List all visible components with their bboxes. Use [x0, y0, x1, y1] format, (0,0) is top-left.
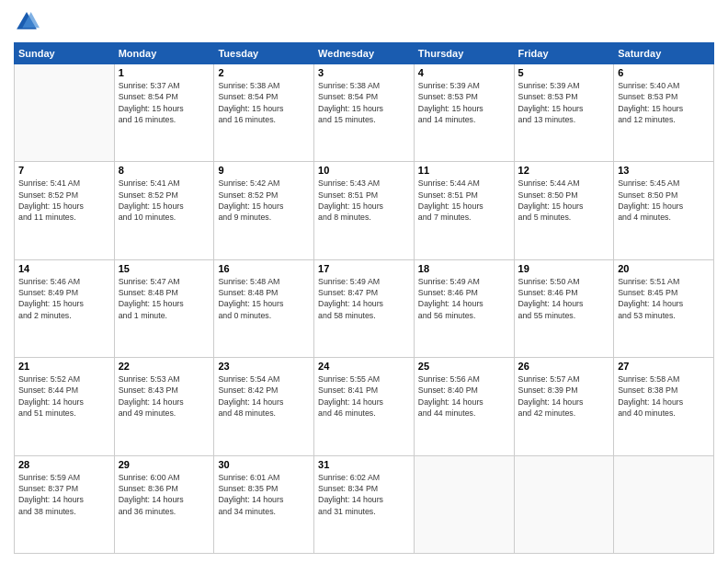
day-info: Sunrise: 5:41 AMSunset: 8:52 PMDaylight:… — [119, 178, 210, 223]
day-number: 11 — [418, 165, 510, 176]
day-number: 25 — [418, 361, 510, 372]
calendar-cell: 8Sunrise: 5:41 AMSunset: 8:52 PMDaylight… — [114, 162, 214, 259]
day-info: Sunrise: 5:56 AMSunset: 8:40 PMDaylight:… — [418, 373, 510, 419]
day-number: 21 — [18, 361, 110, 372]
calendar-table: SundayMondayTuesdayWednesdayThursdayFrid… — [14, 42, 714, 554]
day-number: 12 — [518, 165, 610, 176]
calendar-cell: 7Sunrise: 5:41 AMSunset: 8:52 PMDaylight… — [15, 162, 115, 259]
day-number: 23 — [218, 361, 310, 372]
day-info: Sunrise: 5:53 AMSunset: 8:43 PMDaylight:… — [119, 373, 210, 419]
day-info: Sunrise: 5:54 AMSunset: 8:42 PMDaylight:… — [218, 373, 310, 419]
day-info: Sunrise: 5:40 AMSunset: 8:53 PMDaylight:… — [618, 80, 710, 125]
day-number: 24 — [318, 361, 410, 372]
calendar-cell: 15Sunrise: 5:47 AMSunset: 8:48 PMDayligh… — [114, 259, 214, 357]
calendar-cell: 17Sunrise: 5:49 AMSunset: 8:47 PMDayligh… — [314, 259, 415, 357]
day-info: Sunrise: 5:41 AMSunset: 8:52 PMDaylight:… — [18, 178, 110, 223]
day-info: Sunrise: 5:58 AMSunset: 8:38 PMDaylight:… — [618, 373, 710, 419]
calendar-cell: 4Sunrise: 5:39 AMSunset: 8:53 PMDaylight… — [414, 64, 514, 162]
day-number: 26 — [518, 361, 610, 372]
day-number: 31 — [318, 459, 410, 470]
day-number: 9 — [218, 165, 310, 176]
header — [14, 9, 714, 35]
day-number: 20 — [618, 263, 710, 274]
week-row-2: 14Sunrise: 5:46 AMSunset: 8:49 PMDayligh… — [15, 259, 714, 357]
calendar-cell: 3Sunrise: 5:38 AMSunset: 8:54 PMDaylight… — [314, 64, 415, 162]
col-header-saturday: Saturday — [614, 43, 714, 64]
calendar-cell: 16Sunrise: 5:48 AMSunset: 8:48 PMDayligh… — [214, 259, 314, 357]
day-info: Sunrise: 6:02 AMSunset: 8:34 PMDaylight:… — [318, 472, 410, 517]
day-number: 3 — [318, 67, 410, 78]
day-info: Sunrise: 5:48 AMSunset: 8:48 PMDaylight:… — [218, 276, 310, 321]
col-header-thursday: Thursday — [414, 43, 514, 64]
calendar-cell — [514, 455, 614, 553]
calendar-cell: 11Sunrise: 5:44 AMSunset: 8:51 PMDayligh… — [414, 162, 514, 259]
day-info: Sunrise: 5:38 AMSunset: 8:54 PMDaylight:… — [218, 80, 310, 125]
day-number: 13 — [618, 165, 710, 176]
day-number: 15 — [119, 263, 210, 274]
calendar-cell: 14Sunrise: 5:46 AMSunset: 8:49 PMDayligh… — [15, 259, 115, 357]
calendar-cell: 24Sunrise: 5:55 AMSunset: 8:41 PMDayligh… — [314, 358, 415, 455]
calendar-cell: 12Sunrise: 5:44 AMSunset: 8:50 PMDayligh… — [514, 162, 614, 259]
day-info: Sunrise: 5:57 AMSunset: 8:39 PMDaylight:… — [518, 373, 610, 419]
day-info: Sunrise: 5:49 AMSunset: 8:47 PMDaylight:… — [318, 276, 410, 321]
day-number: 18 — [418, 263, 510, 274]
day-info: Sunrise: 5:52 AMSunset: 8:44 PMDaylight:… — [18, 373, 110, 419]
day-info: Sunrise: 5:49 AMSunset: 8:46 PMDaylight:… — [418, 276, 510, 321]
calendar-cell: 9Sunrise: 5:42 AMSunset: 8:52 PMDaylight… — [214, 162, 314, 259]
day-number: 19 — [518, 263, 610, 274]
day-info: Sunrise: 5:44 AMSunset: 8:50 PMDaylight:… — [518, 178, 610, 223]
calendar-cell: 19Sunrise: 5:50 AMSunset: 8:46 PMDayligh… — [514, 259, 614, 357]
day-info: Sunrise: 5:45 AMSunset: 8:50 PMDaylight:… — [618, 178, 710, 223]
day-info: Sunrise: 5:42 AMSunset: 8:52 PMDaylight:… — [218, 178, 310, 223]
calendar-cell: 2Sunrise: 5:38 AMSunset: 8:54 PMDaylight… — [214, 64, 314, 162]
day-info: Sunrise: 5:39 AMSunset: 8:53 PMDaylight:… — [518, 80, 610, 125]
day-info: Sunrise: 5:39 AMSunset: 8:53 PMDaylight:… — [418, 80, 510, 125]
col-header-friday: Friday — [514, 43, 614, 64]
calendar-cell — [414, 455, 514, 553]
calendar-cell: 29Sunrise: 6:00 AMSunset: 8:36 PMDayligh… — [114, 455, 214, 553]
calendar-cell: 27Sunrise: 5:58 AMSunset: 8:38 PMDayligh… — [614, 358, 714, 455]
calendar-cell: 5Sunrise: 5:39 AMSunset: 8:53 PMDaylight… — [514, 64, 614, 162]
day-number: 2 — [218, 67, 310, 78]
calendar-cell: 30Sunrise: 6:01 AMSunset: 8:35 PMDayligh… — [214, 455, 314, 553]
col-header-wednesday: Wednesday — [314, 43, 415, 64]
calendar-cell: 18Sunrise: 5:49 AMSunset: 8:46 PMDayligh… — [414, 259, 514, 357]
week-row-0: 1Sunrise: 5:37 AMSunset: 8:54 PMDaylight… — [15, 64, 714, 162]
day-info: Sunrise: 5:44 AMSunset: 8:51 PMDaylight:… — [418, 178, 510, 223]
calendar-cell: 25Sunrise: 5:56 AMSunset: 8:40 PMDayligh… — [414, 358, 514, 455]
day-number: 27 — [618, 361, 710, 372]
week-row-4: 28Sunrise: 5:59 AMSunset: 8:37 PMDayligh… — [15, 455, 714, 553]
day-number: 8 — [119, 165, 210, 176]
week-row-1: 7Sunrise: 5:41 AMSunset: 8:52 PMDaylight… — [15, 162, 714, 259]
calendar-cell: 23Sunrise: 5:54 AMSunset: 8:42 PMDayligh… — [214, 358, 314, 455]
day-info: Sunrise: 5:51 AMSunset: 8:45 PMDaylight:… — [618, 276, 710, 321]
logo-icon — [14, 9, 40, 35]
day-info: Sunrise: 5:50 AMSunset: 8:46 PMDaylight:… — [518, 276, 610, 321]
day-number: 14 — [18, 263, 110, 274]
day-number: 17 — [318, 263, 410, 274]
calendar-cell: 13Sunrise: 5:45 AMSunset: 8:50 PMDayligh… — [614, 162, 714, 259]
calendar-cell: 21Sunrise: 5:52 AMSunset: 8:44 PMDayligh… — [15, 358, 115, 455]
col-header-monday: Monday — [114, 43, 214, 64]
col-header-tuesday: Tuesday — [214, 43, 314, 64]
day-number: 22 — [119, 361, 210, 372]
calendar-cell: 10Sunrise: 5:43 AMSunset: 8:51 PMDayligh… — [314, 162, 415, 259]
day-number: 7 — [18, 165, 110, 176]
calendar-cell — [15, 64, 115, 162]
week-row-3: 21Sunrise: 5:52 AMSunset: 8:44 PMDayligh… — [15, 358, 714, 455]
calendar-cell: 6Sunrise: 5:40 AMSunset: 8:53 PMDaylight… — [614, 64, 714, 162]
calendar-cell — [614, 455, 714, 553]
calendar-cell: 31Sunrise: 6:02 AMSunset: 8:34 PMDayligh… — [314, 455, 415, 553]
col-header-sunday: Sunday — [15, 43, 115, 64]
calendar-header-row: SundayMondayTuesdayWednesdayThursdayFrid… — [15, 43, 714, 64]
day-number: 10 — [318, 165, 410, 176]
calendar-cell: 28Sunrise: 5:59 AMSunset: 8:37 PMDayligh… — [15, 455, 115, 553]
day-number: 29 — [119, 459, 210, 470]
day-info: Sunrise: 5:43 AMSunset: 8:51 PMDaylight:… — [318, 178, 410, 223]
day-info: Sunrise: 6:01 AMSunset: 8:35 PMDaylight:… — [218, 472, 310, 517]
day-info: Sunrise: 5:38 AMSunset: 8:54 PMDaylight:… — [318, 80, 410, 125]
day-number: 4 — [418, 67, 510, 78]
day-number: 6 — [618, 67, 710, 78]
day-number: 30 — [218, 459, 310, 470]
calendar-cell: 1Sunrise: 5:37 AMSunset: 8:54 PMDaylight… — [114, 64, 214, 162]
